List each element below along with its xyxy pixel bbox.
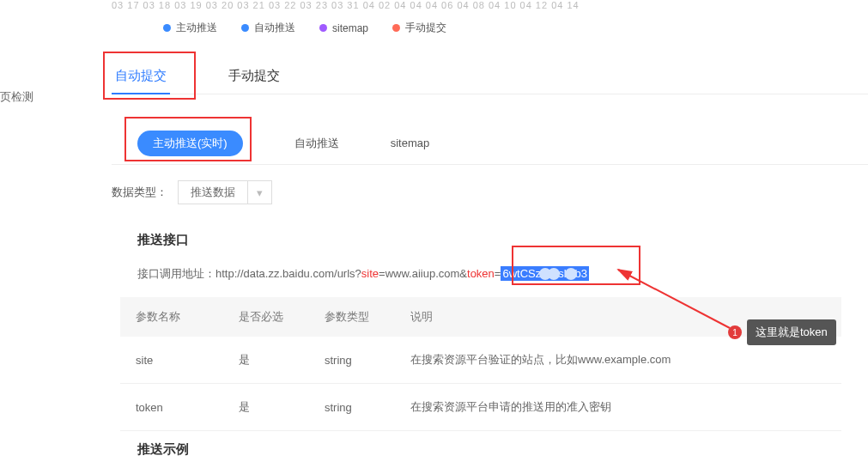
api-url-site-key: site [361, 267, 379, 280]
subtab-active-push[interactable]: 主动推送(实时) [137, 131, 243, 156]
callout-text: 这里就是token [747, 319, 836, 345]
api-url-token-key: token [467, 267, 495, 280]
redacted-icon [565, 268, 577, 280]
legend-dot-icon [241, 24, 249, 32]
section-title-example: 推送示例 [137, 441, 189, 458]
cell-desc: 在搜索资源平台申请的推送用的准入密钥 [395, 384, 841, 431]
callout-badge-icon: 1 [728, 325, 742, 339]
tab-manual-submit[interactable]: 手动提交 [225, 58, 283, 93]
redacted-icon [548, 268, 560, 280]
legend-label: 主动推送 [176, 21, 217, 35]
th-required: 是否必选 [223, 297, 309, 337]
subtab-bar: 主动推送(实时) 自动推送 sitemap [112, 122, 868, 165]
cell-name: site [120, 337, 223, 384]
legend-item: 自动推送 [241, 21, 295, 35]
data-type-label: 数据类型： [112, 185, 167, 200]
cell-required: 是 [223, 337, 309, 384]
legend-label: 手动提交 [405, 21, 446, 35]
cell-type: string [309, 384, 395, 431]
legend-dot-icon [392, 24, 400, 32]
legend-item: 手动提交 [392, 21, 446, 35]
legend-item: 主动推送 [163, 21, 217, 35]
th-name: 参数名称 [120, 297, 223, 337]
subtab-sitemap[interactable]: sitemap [391, 137, 430, 149]
legend-dot-icon [319, 24, 327, 32]
sidebar-fragment[interactable]: 页检测 [0, 89, 52, 105]
api-url: 接口调用地址：http://data.zz.baidu.com/urls?sit… [137, 266, 589, 282]
cell-name: token [120, 384, 223, 431]
api-url-site-val: =www.aiiup.com& [379, 267, 467, 280]
select-value: 推送数据 [179, 185, 247, 200]
chart-legend: 主动推送 自动推送 sitemap 手动提交 [163, 21, 446, 35]
chart-axis-fragment: 03 17 03 18 03 19 03 20 03 21 03 22 03 2… [112, 0, 868, 10]
section-title-api: 推送接口 [137, 232, 189, 248]
table-row: token 是 string 在搜索资源平台申请的推送用的准入密钥 [120, 384, 841, 431]
legend-dot-icon [163, 24, 171, 32]
th-type: 参数类型 [309, 297, 395, 337]
legend-label: 自动推送 [254, 21, 295, 35]
main-tabs: 自动提交 手动提交 [112, 58, 868, 94]
data-type-select[interactable]: 推送数据 ▾ [178, 180, 272, 204]
legend-item: sitemap [319, 21, 368, 35]
cell-required: 是 [223, 384, 309, 431]
cell-type: string [309, 337, 395, 384]
data-type-row: 数据类型： 推送数据 ▾ [112, 180, 272, 204]
legend-label: sitemap [332, 22, 368, 34]
chevron-down-icon: ▾ [247, 180, 271, 204]
api-url-prefix: 接口调用地址：http://data.zz.baidu.com/urls? [137, 267, 361, 280]
param-table: 参数名称 是否必选 参数类型 说明 site 是 string 在搜索资源平台验… [120, 297, 841, 431]
subtab-auto-push[interactable]: 自动推送 [294, 136, 339, 151]
api-url-token-value[interactable]: 6wtCSzslb3 [501, 266, 589, 281]
tab-auto-submit[interactable]: 自动提交 [112, 58, 170, 94]
annotation-callout: 1 这里就是token [728, 319, 836, 345]
